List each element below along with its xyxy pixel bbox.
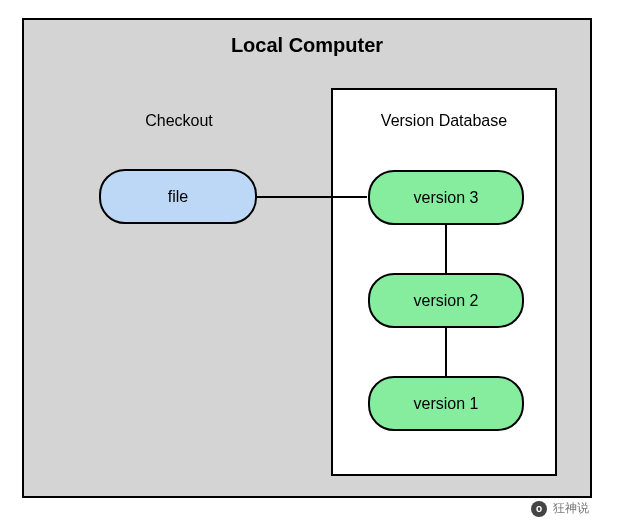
- watermark-text: 狂神说: [553, 500, 589, 517]
- version-3-text: version 3: [414, 189, 479, 207]
- version-database-panel: Version Database version 3 version 2 ver…: [331, 88, 557, 476]
- version-1-text: version 1: [414, 395, 479, 413]
- watermark: o 狂神说: [531, 500, 589, 517]
- edge-version3-to-version2: [445, 225, 447, 273]
- checkout-label: Checkout: [119, 112, 239, 130]
- edge-file-to-version3: [257, 196, 367, 198]
- version-database-label: Version Database: [333, 112, 555, 130]
- version-3-node: version 3: [368, 170, 524, 225]
- edge-version2-to-version1: [445, 328, 447, 376]
- version-2-text: version 2: [414, 292, 479, 310]
- version-1-node: version 1: [368, 376, 524, 431]
- watermark-icon: o: [531, 501, 547, 517]
- file-node-text: file: [168, 188, 188, 206]
- diagram-title: Local Computer: [24, 34, 590, 57]
- file-node: file: [99, 169, 257, 224]
- version-2-node: version 2: [368, 273, 524, 328]
- local-computer-frame: Local Computer Checkout file Version Dat…: [22, 18, 592, 498]
